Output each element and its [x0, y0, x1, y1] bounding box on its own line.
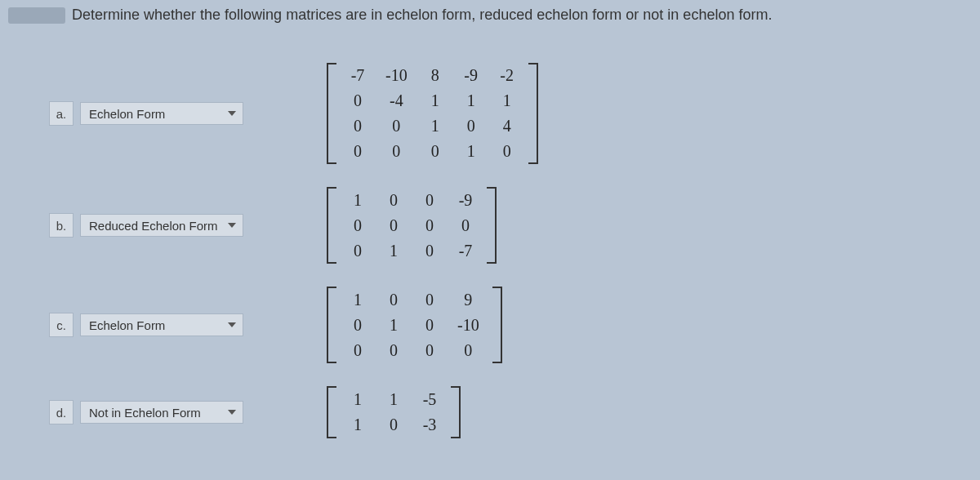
matrix-cell: -5: [412, 387, 448, 412]
matrix-cell: 0: [376, 287, 412, 313]
matrix-cell: 0: [376, 188, 412, 213]
dropdown-b-value: Reduced Echelon Form: [89, 219, 218, 233]
dropdown-c-value: Echelon Form: [89, 318, 165, 332]
matrix-row: 1 0 0 -9: [340, 188, 483, 213]
letter-b: b.: [49, 213, 74, 238]
matrix-cell: 0: [448, 338, 489, 363]
matrix-cell: 0: [412, 213, 448, 238]
matrix-b-body: 1 0 0 -9 0 0 0 0 0 1 0 -7: [340, 188, 483, 264]
label-cell-c: c. Echelon Form: [49, 313, 310, 337]
item-c: c. Echelon Form 1 0 0 9 0 1 0 -10: [49, 287, 980, 363]
matrix-a: -7 -10 8 -9 -2 0 -4 1 1 1 0 0 1 0: [327, 63, 538, 164]
matrix-row: 0 1 0 -10: [340, 313, 489, 338]
matrix-row: -7 -10 8 -9 -2: [340, 63, 525, 88]
matrix-row: 0 1 0 -7: [340, 238, 483, 264]
label-cell-b: b. Reduced Echelon Form: [49, 213, 310, 238]
matrix-cell: 0: [340, 238, 376, 264]
matrix-cell: 1: [376, 238, 412, 264]
matrix-row: 0 0 0 1 0: [340, 139, 525, 164]
letter-a: a.: [49, 101, 74, 126]
matrix-cell: -9: [453, 63, 489, 88]
matrix-cell: 0: [412, 313, 448, 338]
matrix-cell: -2: [489, 63, 525, 88]
question-icon-placeholder: [8, 7, 65, 24]
matrix-cell: 0: [412, 338, 448, 363]
matrix-cell: 1: [376, 313, 412, 338]
matrix-row: 0 0 0 0: [340, 338, 489, 363]
letter-d: d.: [49, 400, 74, 424]
matrix-row: 1 1 -5: [340, 387, 448, 412]
matrix-cell: 0: [340, 313, 376, 338]
matrix-cell: 1: [340, 188, 376, 213]
question-text: Determine whether the following matrices…: [72, 7, 772, 24]
matrix-cell: 1: [376, 387, 412, 412]
dropdown-d-value: Not in Echelon Form: [89, 406, 201, 420]
letter-c: c.: [49, 313, 74, 337]
matrix-cell: 0: [412, 238, 448, 264]
matrix-cell: 0: [489, 139, 525, 164]
dropdown-c[interactable]: Echelon Form: [80, 313, 243, 336]
matrix-cell: 4: [489, 113, 525, 139]
dropdown-a-value: Echelon Form: [89, 107, 165, 121]
items-container: a. Echelon Form -7 -10 8 -9 -2 0 -4 1: [0, 63, 980, 438]
matrix-cell: 1: [453, 139, 489, 164]
matrix-cell: 0: [412, 188, 448, 213]
matrix-cell: 0: [376, 113, 417, 139]
matrix-cell: 0: [376, 139, 417, 164]
matrix-cell: 0: [340, 213, 376, 238]
matrix-cell: -7: [340, 63, 376, 88]
matrix-cell: 0: [340, 88, 376, 113]
matrix-cell: 1: [453, 88, 489, 113]
matrix-cell: -3: [412, 412, 448, 438]
bracket-right-icon: [451, 386, 461, 438]
matrix-row: 1 0 -3: [340, 412, 448, 438]
matrix-cell: 1: [417, 113, 453, 139]
matrix-row: 1 0 0 9: [340, 287, 489, 313]
matrix-cell: 0: [340, 113, 376, 139]
matrix-cell: 0: [376, 412, 412, 438]
matrix-cell: 0: [417, 139, 453, 164]
bracket-left-icon: [327, 63, 336, 164]
matrix-cell: -7: [448, 238, 483, 264]
label-cell-a: a. Echelon Form: [49, 101, 310, 126]
matrix-d: 1 1 -5 1 0 -3: [327, 386, 461, 438]
matrix-cell: -10: [448, 313, 489, 338]
matrix-row: 0 0 0 0: [340, 213, 483, 238]
bracket-right-icon: [528, 63, 538, 164]
matrix-cell: 8: [417, 63, 453, 88]
item-b: b. Reduced Echelon Form 1 0 0 -9 0 0 0 0: [49, 187, 980, 264]
matrix-cell: 1: [340, 387, 376, 412]
matrix-row: 0 0 1 0 4: [340, 113, 525, 139]
matrix-c-body: 1 0 0 9 0 1 0 -10 0 0 0 0: [340, 287, 489, 363]
matrix-cell: 1: [340, 412, 376, 438]
matrix-cell: -4: [376, 88, 417, 113]
bracket-right-icon: [492, 287, 502, 363]
matrix-cell: -9: [448, 188, 483, 213]
matrix-cell: 0: [376, 338, 412, 363]
question-header: Determine whether the following matrices…: [0, 0, 980, 30]
dropdown-a[interactable]: Echelon Form: [80, 102, 243, 125]
matrix-cell: 0: [376, 213, 412, 238]
matrix-b: 1 0 0 -9 0 0 0 0 0 1 0 -7: [327, 187, 497, 264]
item-d: d. Not in Echelon Form 1 1 -5 1 0 -3: [49, 386, 980, 438]
matrix-cell: 0: [340, 139, 376, 164]
matrix-row: 0 -4 1 1 1: [340, 88, 525, 113]
matrix-cell: 0: [453, 113, 489, 139]
matrix-cell: 0: [412, 287, 448, 313]
matrix-cell: 0: [448, 213, 483, 238]
bracket-right-icon: [487, 187, 497, 264]
matrix-c: 1 0 0 9 0 1 0 -10 0 0 0 0: [327, 287, 502, 363]
matrix-cell: 9: [448, 287, 489, 313]
matrix-cell: -10: [376, 63, 417, 88]
dropdown-d[interactable]: Not in Echelon Form: [80, 401, 243, 424]
matrix-cell: 1: [417, 88, 453, 113]
bracket-left-icon: [327, 386, 336, 438]
bracket-left-icon: [327, 187, 336, 264]
bracket-left-icon: [327, 287, 336, 363]
label-cell-d: d. Not in Echelon Form: [49, 400, 310, 424]
matrix-cell: 1: [489, 88, 525, 113]
matrix-cell: 1: [340, 287, 376, 313]
dropdown-b[interactable]: Reduced Echelon Form: [80, 214, 243, 237]
item-a: a. Echelon Form -7 -10 8 -9 -2 0 -4 1: [49, 63, 980, 164]
matrix-a-body: -7 -10 8 -9 -2 0 -4 1 1 1 0 0 1 0: [340, 63, 525, 164]
